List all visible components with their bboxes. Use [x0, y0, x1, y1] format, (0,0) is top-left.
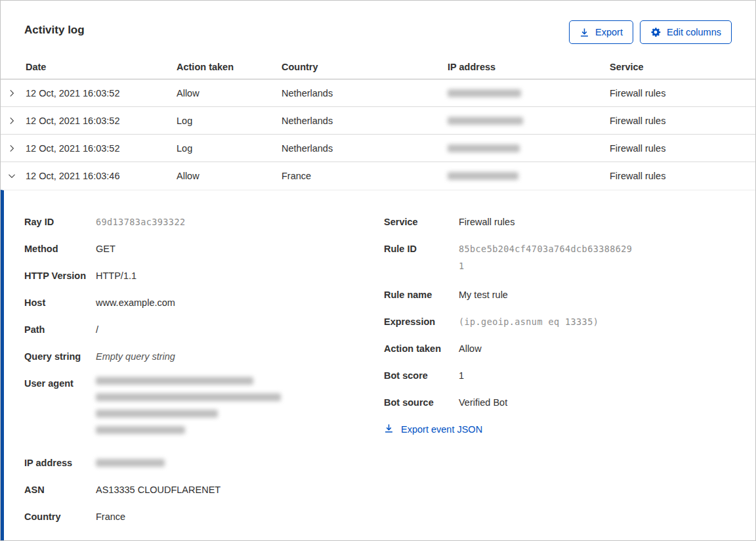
toolbar: Export Edit columns [569, 20, 732, 44]
cell-country: Netherlands [282, 143, 448, 154]
service-value: Firewall rules [459, 215, 732, 228]
download-icon [579, 28, 589, 37]
cell-date: 12 Oct, 2021 16:03:46 [26, 171, 177, 181]
row-expander-chevron-right-icon[interactable] [7, 144, 16, 153]
row-expander-chevron-down-icon[interactable] [7, 171, 16, 181]
cell-ip-address-redacted [448, 117, 610, 125]
export-event-json-link[interactable]: Export event JSON [384, 423, 482, 435]
column-header-country: Country [282, 62, 448, 72]
detail-field-rule-name: Rule name My test rule [384, 288, 732, 301]
export-button[interactable]: Export [569, 20, 633, 44]
detail-field-asn: ASN AS13335 CLOUDFLARENET [24, 483, 384, 496]
path-value: / [96, 323, 384, 336]
cell-country: France [282, 171, 448, 181]
cell-service: Firewall rules [610, 116, 755, 126]
ip-address-value-redacted [96, 456, 384, 469]
cell-date: 12 Oct, 2021 16:03:52 [26, 116, 177, 126]
edit-columns-button[interactable]: Edit columns [640, 20, 732, 44]
cell-service: Firewall rules [610, 143, 755, 154]
cell-action-taken: Allow [177, 88, 282, 98]
export-event-json-label: Export event JSON [401, 424, 482, 435]
detail-field-ray-id: Ray ID 69d13783ac393322 [24, 215, 384, 228]
detail-field-http-version: HTTP Version HTTP/1.1 [24, 269, 384, 282]
table-row[interactable]: 12 Oct, 2021 16:03:52 Allow Netherlands … [1, 79, 755, 107]
user-agent-value-redacted [96, 377, 384, 443]
detail-field-action-taken: Action taken Allow [384, 342, 732, 355]
cell-date: 12 Oct, 2021 16:03:52 [26, 143, 177, 154]
rule-id-value: 85bce5b204cf4703a764dcb633886291 [459, 240, 635, 274]
event-detail-panel: Ray ID 69d13783ac393322 Method GET HTTP … [1, 190, 755, 540]
activity-log-panel: Activity log Export Edit columns Date Ac… [0, 0, 756, 541]
cell-ip-address-redacted [448, 144, 610, 152]
table-header-row: Date Action taken Country IP address Ser… [1, 54, 755, 79]
http-version-value: HTTP/1.1 [96, 269, 384, 282]
detail-field-host: Host www.example.com [24, 296, 384, 309]
ray-id-value: 69d13783ac393322 [96, 215, 384, 228]
detail-field-user-agent: User agent [24, 377, 384, 443]
download-icon [384, 423, 394, 435]
detail-field-path: Path / [24, 323, 384, 336]
query-string-value: Empty query string [96, 350, 384, 363]
edit-columns-button-label: Edit columns [667, 27, 721, 37]
detail-right-column: Service Firewall rules Rule ID 85bce5b20… [384, 215, 732, 540]
cell-action-taken: Log [177, 116, 282, 126]
bot-source-value: Verified Bot [459, 396, 732, 409]
cell-ip-address-redacted [448, 89, 610, 97]
detail-field-bot-score: Bot score 1 [384, 369, 732, 382]
detail-left-column: Ray ID 69d13783ac393322 Method GET HTTP … [24, 215, 384, 540]
cell-country: Netherlands [282, 88, 448, 98]
detail-field-query-string: Query string Empty query string [24, 350, 384, 363]
asn-value: AS13335 CLOUDFLARENET [96, 483, 384, 496]
detail-field-expression: Expression (ip.geoip.asnum eq 13335) [384, 315, 732, 328]
table-row-expanded[interactable]: 12 Oct, 2021 16:03:46 Allow France Firew… [1, 162, 755, 190]
cell-date: 12 Oct, 2021 16:03:52 [26, 88, 177, 98]
column-header-action-taken: Action taken [177, 62, 282, 72]
column-header-ip-address: IP address [448, 62, 610, 72]
row-expander-chevron-right-icon[interactable] [7, 116, 16, 125]
rule-name-value: My test rule [459, 288, 732, 301]
cell-ip-address-redacted [448, 172, 610, 180]
cell-service: Firewall rules [610, 88, 755, 98]
host-value: www.example.com [96, 296, 384, 309]
detail-field-rule-id: Rule ID 85bce5b204cf4703a764dcb633886291 [384, 242, 732, 274]
expression-value: (ip.geoip.asnum eq 13335) [459, 315, 732, 328]
export-button-label: Export [595, 27, 623, 37]
method-value: GET [96, 242, 384, 255]
cell-country: Netherlands [282, 116, 448, 126]
cell-action-taken: Allow [177, 171, 282, 181]
column-header-date: Date [26, 62, 177, 72]
column-header-service: Service [610, 62, 755, 72]
detail-field-service: Service Firewall rules [384, 215, 732, 228]
gear-icon [650, 27, 661, 37]
detail-field-ip-address: IP address [24, 456, 384, 469]
activity-table: Date Action taken Country IP address Ser… [1, 54, 755, 190]
cell-action-taken: Log [177, 143, 282, 154]
detail-field-country: Country France [24, 510, 384, 523]
table-row[interactable]: 12 Oct, 2021 16:03:52 Log Netherlands Fi… [1, 107, 755, 135]
detail-field-bot-source: Bot source Verified Bot [384, 396, 732, 409]
cell-service: Firewall rules [610, 171, 755, 181]
row-expander-chevron-right-icon[interactable] [7, 89, 16, 98]
action-taken-value: Allow [459, 342, 732, 355]
table-row[interactable]: 12 Oct, 2021 16:03:52 Log Netherlands Fi… [1, 135, 755, 162]
country-value: France [96, 510, 384, 523]
bot-score-value: 1 [459, 369, 732, 382]
detail-field-method: Method GET [24, 242, 384, 255]
